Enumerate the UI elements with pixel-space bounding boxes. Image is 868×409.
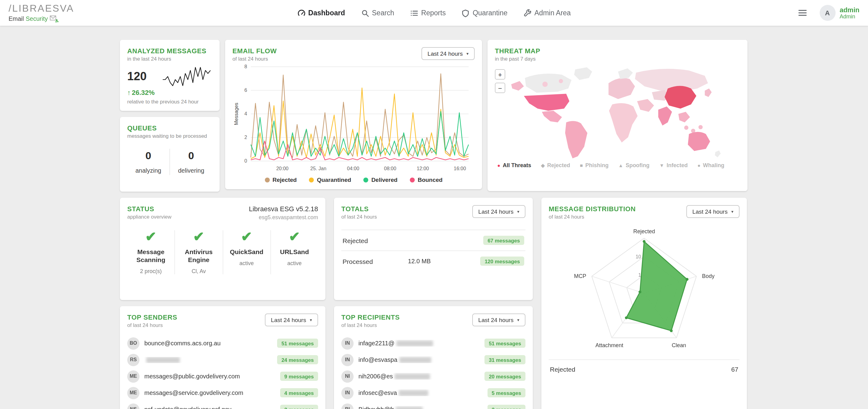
email-flow-range-dropdown[interactable]: Last 24 hours ▾ [422, 47, 475, 60]
status-check-message-scanning: ✔ Message Scanning 2 proc(s) [127, 230, 175, 274]
logo-title: /LIBRAESVA [8, 3, 74, 14]
avatar: NS [127, 403, 140, 409]
svg-text:Rejected: Rejected [633, 228, 655, 234]
legend-rejected: Rejected [265, 176, 297, 183]
dashboard-content: ANALYZED MESSAGES in the last 24 hours 1… [0, 26, 868, 409]
chevron-down-icon: ▾ [731, 209, 734, 214]
recipient-email-redacted: infage2211@ [359, 340, 479, 347]
navbar: /LIBRAESVA EmailSecurity [0, 0, 868, 26]
message-count-badge: 4 messages [280, 388, 318, 397]
legend-dot [265, 177, 270, 182]
email-flow-chart: 0246820:0025. Jan04:0008:0012:0016:00Mes… [232, 62, 473, 176]
card-title: ANALYZED MESSAGES [127, 47, 212, 55]
redacted-text [396, 406, 423, 409]
sender-email: nsf-update@govdelivery.nsf.gov [144, 406, 275, 409]
nav-item-search[interactable]: Search [361, 9, 394, 17]
main-nav: Dashboard Search [297, 9, 571, 17]
list-item: IN info@esvaspa 31 messages [341, 351, 525, 368]
avatar[interactable]: A [819, 5, 835, 21]
svg-text:25. Jan: 25. Jan [310, 166, 326, 171]
nav-item-dashboard[interactable]: Dashboard [297, 9, 345, 17]
svg-text:6: 6 [244, 88, 247, 93]
sender-email: bounce@comms.acs.org.au [144, 340, 272, 347]
senders-list: BO bounce@comms.acs.org.au 51 messages R… [127, 335, 318, 409]
chevron-down-icon: ▾ [466, 51, 469, 56]
card-subtitle: in the past 7 days [495, 56, 540, 62]
message-distribution-card: MESSAGE DISTRIBUTION of last 24 hours La… [541, 198, 747, 409]
sender-email-redacted [144, 357, 272, 363]
redacted-text [395, 373, 430, 379]
message-count-badge: 67 messages [483, 236, 524, 245]
card-subtitle: in the last 24 hours [127, 56, 212, 62]
card-subtitle: appliance overview [127, 214, 172, 220]
recipient-email-redacted: Bidhoybh@fr [359, 406, 483, 409]
analyzed-sparkline-chart [161, 65, 212, 88]
distribution-range-dropdown[interactable]: Last 24 hours ▾ [686, 205, 740, 218]
avatar: BO [127, 337, 140, 349]
recipients-list: IN infage2211@ 51 messages IN info@esvas… [341, 335, 525, 409]
check-icon: ✔ [130, 230, 172, 244]
redacted-text [146, 357, 180, 363]
analyzed-count: 120 [127, 70, 147, 83]
nav-item-label: Reports [421, 9, 446, 17]
message-count-badge: 31 messages [485, 355, 525, 364]
legend-spoofing[interactable]: ▲Spoofing [618, 162, 650, 168]
zoom-out-button[interactable]: − [495, 83, 505, 93]
message-count-badge: 20 messages [485, 372, 525, 381]
recipients-range-dropdown[interactable]: Last 24 hours ▾ [472, 314, 525, 326]
redacted-text [396, 340, 433, 346]
queue-analyzing: 0 analyzing [127, 149, 169, 175]
legend-all-threats[interactable]: ●All Threats [497, 162, 531, 168]
user-role: Admin [840, 13, 860, 20]
totals-card: TOTALS of last 24 hours Last 24 hours ▾ … [334, 198, 533, 300]
recipient-email-redacted: info@esvaspa [359, 356, 479, 363]
zoom-in-button[interactable]: + [495, 69, 505, 80]
legend-dot [363, 177, 368, 182]
top-senders-card: TOP SENDERS of last 24 hours Last 24 hou… [120, 306, 326, 409]
legend-phishing[interactable]: ■Phishing [580, 162, 609, 168]
appliance-version: Libraesva ESG v5.2.18 [249, 205, 318, 212]
card-title: EMAIL FLOW [232, 47, 277, 55]
card-title: TOP RECIPIENTS [341, 314, 400, 321]
legend-whaling[interactable]: ●Whaling [698, 162, 724, 168]
queue-delivering: 0 delivering [169, 149, 212, 175]
redacted-text [399, 357, 431, 363]
chevron-down-icon: ▾ [517, 318, 519, 322]
svg-text:4: 4 [244, 111, 247, 116]
nav-item-label: Search [372, 9, 394, 17]
recipient-email-redacted: nih2006@es [359, 373, 479, 380]
legend-rejected[interactable]: ◆Rejected [541, 162, 570, 168]
card-title: THREAT MAP [495, 47, 540, 55]
legend-quarantined: Quarantined [309, 176, 351, 183]
totals-range-dropdown[interactable]: Last 24 hours ▾ [472, 205, 525, 218]
nav-item-quarantine[interactable]: Quarantine [462, 9, 507, 17]
svg-text:1: 1 [638, 272, 641, 277]
message-count-badge: 3 messages [280, 405, 318, 409]
analyzed-delta-note: relative to the previous 24 hour [127, 98, 212, 105]
search-icon [361, 9, 369, 17]
check-icon: ✔ [274, 230, 315, 244]
legend-infected[interactable]: ▼Infected [659, 162, 688, 168]
nav-item-reports[interactable]: Reports [410, 9, 446, 17]
sender-email: messages@public.govdelivery.com [144, 373, 275, 380]
world-map[interactable] [495, 63, 740, 161]
menu-list-icon[interactable] [797, 8, 807, 17]
senders-range-dropdown[interactable]: Last 24 hours ▾ [265, 314, 318, 326]
queues-card: QUEUES messages waiting to be processed … [120, 117, 220, 192]
page: /LIBRAESVA EmailSecurity [0, 0, 868, 409]
avatar: BI [341, 403, 353, 409]
list-item: RS 24 messages [127, 351, 318, 368]
message-count-badge: 120 messages [480, 257, 524, 266]
user-menu[interactable]: A admin Admin [819, 5, 860, 21]
nav-item-admin-area[interactable]: Admin Area [523, 9, 571, 17]
card-subtitle: of last 24 hours [127, 322, 177, 328]
legend-delivered: Delivered [363, 176, 398, 183]
analyzed-messages-card: ANALYZED MESSAGES in the last 24 hours 1… [120, 40, 220, 111]
svg-text:2: 2 [244, 135, 247, 140]
chevron-down-icon: ▾ [517, 209, 519, 214]
card-subtitle: of last 24 hours [232, 56, 277, 62]
message-count-badge: 5 messages [488, 388, 525, 397]
avatar: ME [127, 370, 140, 382]
appliance-hostname: esg5.esvaspamtest.com [249, 214, 318, 221]
status-check-urlsand: ✔ URLSand active [270, 230, 318, 274]
